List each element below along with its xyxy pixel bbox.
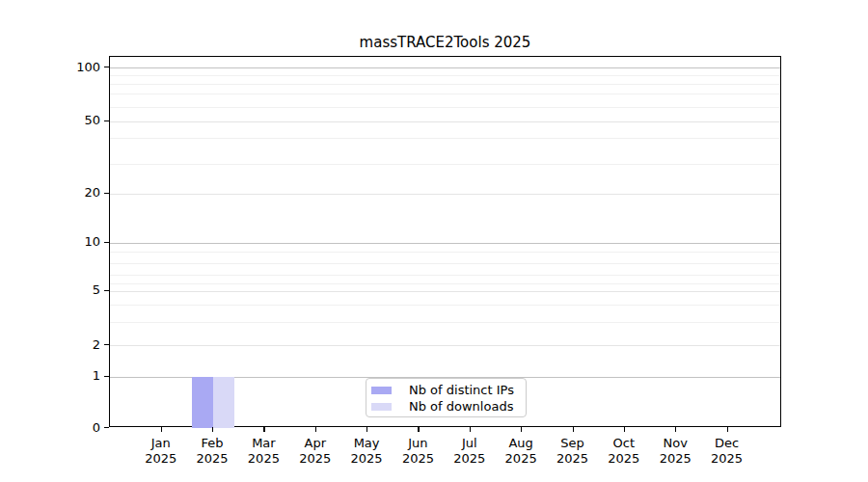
legend-swatch-distinct-ips-icon [371, 387, 392, 394]
y-axis-tick [104, 344, 109, 345]
x-axis-tick [212, 427, 213, 432]
x-axis-tick [521, 427, 522, 432]
y-axis-tick-label: 20 [39, 186, 100, 199]
bar-distinct-ips [192, 377, 213, 429]
y-minor-gridline [110, 107, 780, 108]
y-axis-tick [104, 67, 109, 67]
legend-item-downloads: Nb of downloads [371, 398, 526, 415]
y-axis-tick-label: 10 [39, 235, 100, 248]
x-axis-tick-label: Dec2025 [696, 436, 758, 467]
chart-figure: massTRACE2Tools 2025 Nb of distinct IPs … [0, 0, 868, 482]
y-axis-tick [104, 376, 109, 377]
legend-label-distinct-ips: Nb of distinct IPs [409, 383, 514, 397]
y-minor-gridline [110, 283, 780, 284]
x-axis-tick [675, 427, 676, 432]
y-axis-tick [104, 193, 109, 194]
y-gridline [110, 67, 780, 68]
y-axis-tick-label: 50 [39, 114, 100, 126]
y-minor-gridline [110, 252, 780, 253]
y-minor-gridline [110, 263, 780, 264]
legend-label-downloads: Nb of downloads [409, 399, 513, 414]
legend-swatch-downloads-icon [371, 403, 392, 411]
y-gridline [110, 121, 780, 122]
plot-area [109, 56, 781, 427]
y-axis-tick-label: 5 [39, 283, 100, 296]
x-axis-tick [470, 427, 471, 432]
y-minor-gridline [110, 164, 780, 165]
x-axis-tick [418, 427, 419, 432]
legend-item-distinct-ips: Nb of distinct IPs [371, 382, 526, 398]
year-label: 2025 [696, 451, 758, 467]
x-axis-tick [315, 427, 316, 432]
y-axis-tick-label: 2 [39, 338, 100, 351]
y-axis-tick [104, 427, 109, 428]
x-axis-tick [366, 427, 367, 432]
y-axis-tick-label: 1 [39, 369, 100, 382]
y-minor-gridline [110, 138, 780, 139]
y-axis-tick-label: 0 [39, 421, 100, 434]
y-minor-gridline [110, 275, 780, 276]
y-minor-gridline [110, 305, 780, 306]
y-axis-tick [104, 120, 109, 121]
month-label: Dec [696, 436, 758, 451]
y-minor-gridline [110, 75, 780, 76]
x-axis-tick [573, 427, 574, 432]
x-axis-tick [263, 427, 264, 432]
y-gridline [110, 194, 780, 195]
y-axis-tick [104, 290, 109, 291]
x-axis-tick [161, 427, 162, 432]
bar-downloads [213, 377, 234, 429]
y-gridline [110, 345, 780, 346]
y-gridline [110, 291, 780, 292]
y-minor-gridline [110, 322, 780, 323]
y-gridline [110, 243, 780, 244]
x-axis-tick [727, 427, 728, 432]
x-axis-tick [624, 427, 625, 432]
chart-title: massTRACE2Tools 2025 [109, 34, 781, 51]
legend: Nb of distinct IPs Nb of downloads [366, 378, 527, 417]
y-minor-gridline [110, 94, 780, 94]
y-axis-tick-label: 100 [39, 61, 100, 73]
y-minor-gridline [110, 84, 780, 85]
y-axis-tick [104, 242, 109, 243]
